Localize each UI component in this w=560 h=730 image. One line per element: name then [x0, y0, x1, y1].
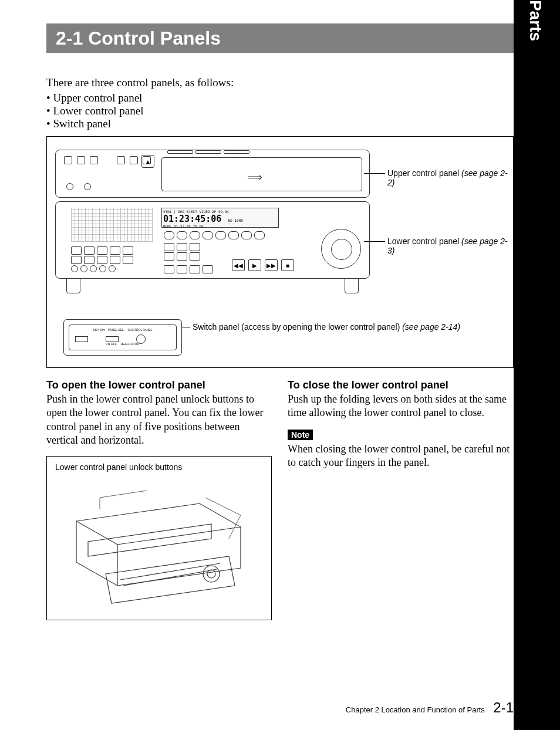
intro-lead: There are three control panels, as follo…	[46, 76, 504, 89]
lcd-display: VTR1 | ORG EJECT VIDEO 2F 59.94 01:23:45…	[161, 208, 279, 228]
timecode: 01:23:45:06	[163, 214, 221, 224]
callout-upper: Upper control panel (see page 2-2)	[387, 168, 513, 187]
switch-panel-illustration: KEY INH PANEL SEL. CONTROL PANEL ON OFF …	[63, 319, 182, 356]
side-tab: Chapter 2 Location and Function of Parts	[514, 0, 560, 730]
intro-item: Upper control panel	[46, 92, 504, 104]
figure-unlock-buttons: Lower control panel unlock buttons	[46, 456, 272, 620]
column-open: To open the lower control panel Push in …	[46, 379, 272, 620]
figure-control-panels: ▲ ⟹ VTR1 | ORG EJECT VIDEO 2F 59.94 01:2…	[46, 136, 514, 368]
callout-lower: Lower control panel (see page 2-3)	[387, 236, 513, 255]
jog-dial-icon	[321, 229, 361, 269]
side-tab-text: Chapter 2 Location and Function of Parts	[526, 0, 545, 41]
heading-open: To open the lower control panel	[46, 379, 272, 391]
note-body: When closing the lower control panel, be…	[288, 442, 514, 470]
footer-page-number: 2-1	[493, 699, 514, 715]
body-close: Push up the folding levers on both sides…	[288, 393, 514, 420]
eject-icon: ▲	[141, 155, 154, 168]
lower-control-panel-illustration: VTR1 | ORG EJECT VIDEO 2F 59.94 01:23:45…	[55, 201, 370, 279]
svg-point-0	[203, 566, 220, 582]
section-title: 2-1 Control Panels	[46, 28, 221, 49]
body-open: Push in the lower control panel unlock b…	[46, 393, 272, 448]
callout-switch: Switch panel (access by opening the lowe…	[193, 322, 504, 332]
intro-item: Switch panel	[46, 117, 504, 130]
transport-controls-icon: ◀◀▶▶▶■	[232, 259, 294, 271]
svg-point-1	[207, 570, 215, 578]
intro-item: Lower control panel	[46, 104, 504, 117]
intro-block: There are three control panels, as follo…	[46, 76, 504, 130]
upper-control-panel-illustration: ▲ ⟹	[55, 150, 370, 198]
isometric-device-icon	[65, 486, 252, 609]
figure-caption: Lower control panel unlock buttons	[55, 462, 263, 472]
footer-chapter: Chapter 2 Location and Function of Parts	[346, 705, 485, 714]
heading-close: To close the lower control panel	[288, 379, 514, 391]
arrow-icon: ⟹	[247, 171, 262, 184]
note-label: Note	[288, 430, 313, 440]
page-footer: Chapter 2 Location and Function of Parts…	[46, 699, 514, 716]
column-close: To close the lower control panel Push up…	[288, 379, 514, 620]
section-title-bar: 2-1 Control Panels	[46, 23, 514, 53]
